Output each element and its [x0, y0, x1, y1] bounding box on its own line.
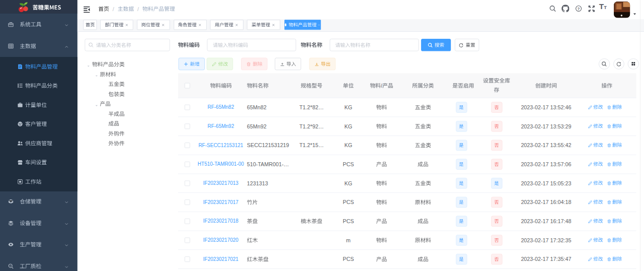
svg-text:?: ?	[578, 7, 580, 11]
